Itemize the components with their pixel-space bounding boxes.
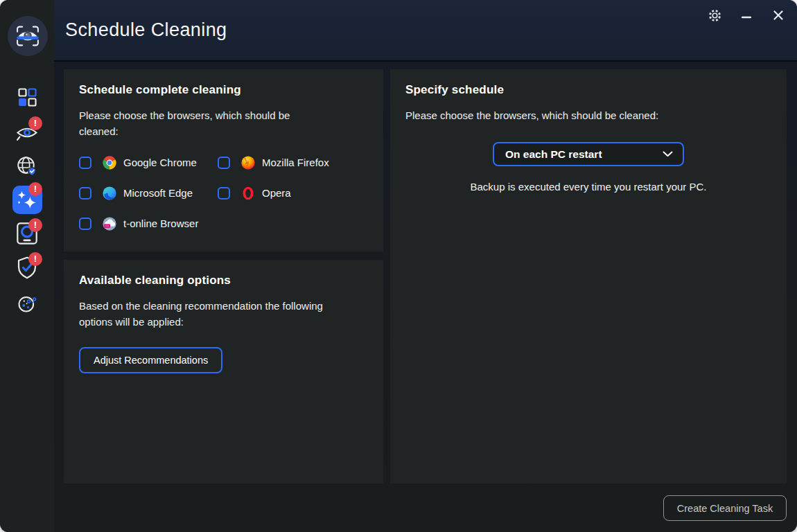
notification-badge: ! — [28, 252, 42, 266]
header: Schedule Cleaning — [54, 0, 797, 62]
dashboard-grid-icon — [18, 88, 37, 107]
panel-specify-schedule: Specify schedule Please choose the brows… — [390, 69, 787, 484]
panel-available-cleaning-options: Available cleaning options Based on the … — [64, 260, 383, 484]
page-title: Schedule Cleaning — [54, 0, 797, 41]
app-window: ! — [0, 0, 797, 532]
settings-gear-icon[interactable] — [706, 7, 724, 24]
opera-icon — [240, 186, 256, 201]
sidebar-item-cleaning[interactable]: ! — [0, 186, 54, 214]
firefox-checkbox[interactable] — [218, 157, 230, 169]
schedule-note: Backup is executed every time you restar… — [405, 181, 771, 193]
schedule-dropdown[interactable]: On each PC restart — [493, 142, 684, 166]
sidebar-item-security[interactable]: ! — [0, 256, 54, 279]
sidebar-item-web-protection[interactable] — [0, 156, 54, 177]
browser-row-chrome: Google Chrome — [79, 155, 218, 170]
panel-title: Schedule complete cleaning — [79, 83, 368, 97]
browser-label: Mozilla Firefox — [262, 157, 329, 168]
panel-description: Please choose the browsers, which should… — [79, 107, 323, 140]
globe-shield-icon — [17, 156, 37, 177]
app-logo — [8, 16, 48, 56]
browser-row-opera: Opera — [218, 186, 368, 201]
browser-label: t-online Browser — [123, 218, 198, 229]
browser-row-edge: Microsoft Edge — [79, 186, 218, 201]
browser-row-tonline: t-online Browser — [79, 216, 218, 231]
t-online-icon — [102, 216, 117, 231]
minimize-button[interactable] — [737, 7, 755, 24]
browser-label: Opera — [262, 187, 291, 199]
window-controls — [706, 7, 787, 24]
panel-description: Please choose the browsers, which should… — [405, 107, 771, 123]
notification-badge: ! — [28, 182, 42, 196]
panel-title: Specify schedule — [405, 83, 771, 97]
sidebar: ! — [0, 0, 54, 532]
create-cleaning-task-button[interactable]: Create Cleaning Task — [663, 495, 787, 521]
notification-badge: ! — [28, 218, 42, 232]
chrome-icon — [102, 155, 117, 170]
sidebar-item-backup[interactable]: ! — [0, 222, 54, 245]
sidebar-item-dashboard[interactable] — [0, 88, 54, 107]
edge-checkbox[interactable] — [79, 187, 91, 200]
close-button[interactable] — [769, 7, 787, 24]
cookie-icon — [17, 294, 37, 314]
edge-icon — [102, 186, 117, 201]
adjust-recommendations-button[interactable]: Adjust Recommendations — [79, 347, 222, 373]
notification-badge: ! — [28, 116, 42, 130]
panel-description: Based on the cleaning recommendation the… — [79, 298, 339, 330]
browser-list: Google Chrome — [79, 155, 368, 231]
eye-scanner-logo-icon — [12, 21, 43, 51]
firefox-icon — [240, 155, 256, 170]
browser-label: Google Chrome — [123, 157, 197, 168]
sidebar-item-cookies[interactable] — [0, 294, 54, 314]
schedule-dropdown-value: On each PC restart — [505, 148, 602, 161]
chrome-checkbox[interactable] — [79, 157, 91, 169]
main-content: Schedule complete cleaning Please choose… — [54, 63, 797, 532]
chevron-down-icon — [663, 151, 673, 157]
panel-schedule-complete-cleaning: Schedule complete cleaning Please choose… — [64, 69, 383, 251]
browser-label: Microsoft Edge — [123, 187, 193, 199]
sidebar-item-privacy[interactable]: ! — [0, 122, 54, 144]
opera-checkbox[interactable] — [218, 187, 230, 200]
tonline-checkbox[interactable] — [79, 218, 91, 230]
browser-row-firefox: Mozilla Firefox — [218, 155, 368, 170]
panel-title: Available cleaning options — [79, 274, 368, 287]
